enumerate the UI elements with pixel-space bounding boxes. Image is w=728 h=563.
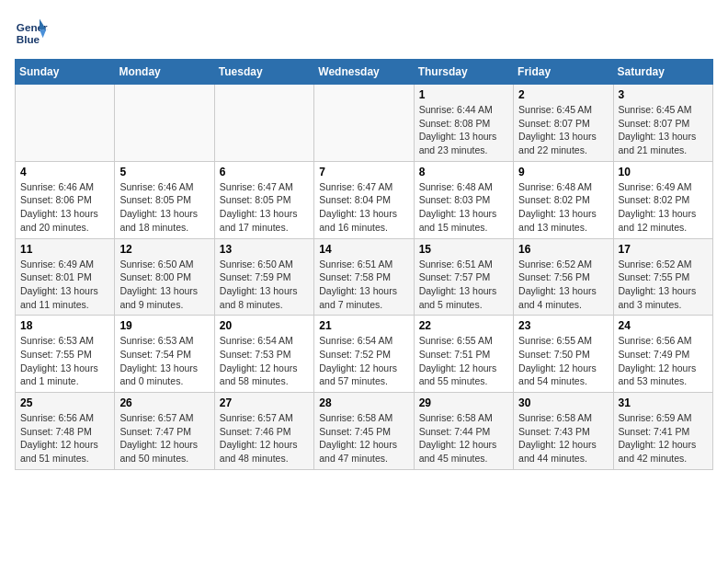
weekday-header-thursday: Thursday <box>414 60 513 85</box>
calendar-cell: 24Sunrise: 6:56 AM Sunset: 7:49 PM Dayli… <box>613 316 712 393</box>
calendar-cell: 17Sunrise: 6:52 AM Sunset: 7:55 PM Dayli… <box>613 238 712 316</box>
day-info: Sunrise: 6:48 AM Sunset: 8:02 PM Dayligh… <box>518 180 608 235</box>
day-info: Sunrise: 6:58 AM Sunset: 7:43 PM Dayligh… <box>518 411 608 465</box>
day-info: Sunrise: 6:54 AM Sunset: 7:52 PM Dayligh… <box>319 334 408 388</box>
weekday-header-row: SundayMondayTuesdayWednesdayThursdayFrid… <box>16 60 713 85</box>
day-number: 2 <box>518 88 608 101</box>
calendar-cell: 11Sunrise: 6:49 AM Sunset: 8:01 PM Dayli… <box>16 238 115 316</box>
day-number: 30 <box>518 396 608 409</box>
page-header: General Blue <box>15 15 713 48</box>
svg-marker-3 <box>40 29 46 38</box>
day-info: Sunrise: 6:53 AM Sunset: 7:54 PM Dayligh… <box>119 334 209 388</box>
day-number: 21 <box>319 319 408 332</box>
calendar-cell: 23Sunrise: 6:55 AM Sunset: 7:50 PM Dayli… <box>514 316 613 393</box>
day-info: Sunrise: 6:58 AM Sunset: 7:44 PM Dayligh… <box>419 411 508 465</box>
calendar-cell: 27Sunrise: 6:57 AM Sunset: 7:46 PM Dayli… <box>214 393 313 470</box>
day-number: 1 <box>419 88 508 101</box>
day-info: Sunrise: 6:46 AM Sunset: 8:06 PM Dayligh… <box>20 180 109 235</box>
calendar-cell: 10Sunrise: 6:49 AM Sunset: 8:02 PM Dayli… <box>613 161 712 238</box>
day-number: 9 <box>518 166 608 178</box>
day-number: 24 <box>619 319 708 332</box>
calendar-cell: 28Sunrise: 6:58 AM Sunset: 7:45 PM Dayli… <box>314 393 414 470</box>
calendar-cell: 20Sunrise: 6:54 AM Sunset: 7:53 PM Dayli… <box>214 316 313 393</box>
day-number: 19 <box>119 319 209 332</box>
weekday-header-tuesday: Tuesday <box>214 60 313 85</box>
calendar: SundayMondayTuesdayWednesdayThursdayFrid… <box>15 59 713 470</box>
day-number: 14 <box>319 243 408 256</box>
calendar-cell: 18Sunrise: 6:53 AM Sunset: 7:55 PM Dayli… <box>16 316 115 393</box>
day-info: Sunrise: 6:57 AM Sunset: 7:46 PM Dayligh… <box>220 411 309 465</box>
weekday-header-saturday: Saturday <box>613 60 712 85</box>
day-info: Sunrise: 6:44 AM Sunset: 8:08 PM Dayligh… <box>419 103 508 157</box>
day-info: Sunrise: 6:48 AM Sunset: 8:03 PM Dayligh… <box>419 180 508 235</box>
day-info: Sunrise: 6:47 AM Sunset: 8:04 PM Dayligh… <box>319 180 408 235</box>
calendar-cell: 2Sunrise: 6:45 AM Sunset: 8:07 PM Daylig… <box>514 85 613 162</box>
calendar-cell: 5Sunrise: 6:46 AM Sunset: 8:05 PM Daylig… <box>115 161 214 238</box>
day-info: Sunrise: 6:55 AM Sunset: 7:51 PM Dayligh… <box>419 334 508 388</box>
logo-icon: General Blue <box>15 15 48 48</box>
day-info: Sunrise: 6:59 AM Sunset: 7:41 PM Dayligh… <box>619 411 708 465</box>
day-number: 22 <box>419 319 508 332</box>
day-info: Sunrise: 6:45 AM Sunset: 8:07 PM Dayligh… <box>619 103 708 157</box>
day-info: Sunrise: 6:52 AM Sunset: 7:55 PM Dayligh… <box>619 258 708 312</box>
day-number: 31 <box>619 396 708 409</box>
weekday-header-wednesday: Wednesday <box>314 60 414 85</box>
day-info: Sunrise: 6:49 AM Sunset: 8:02 PM Dayligh… <box>619 180 708 235</box>
day-info: Sunrise: 6:52 AM Sunset: 7:56 PM Dayligh… <box>518 258 608 312</box>
day-number: 18 <box>20 319 109 332</box>
day-info: Sunrise: 6:45 AM Sunset: 8:07 PM Dayligh… <box>518 103 608 157</box>
calendar-cell: 21Sunrise: 6:54 AM Sunset: 7:52 PM Dayli… <box>314 316 414 393</box>
week-row-2: 4Sunrise: 6:46 AM Sunset: 8:06 PM Daylig… <box>16 161 713 238</box>
day-number: 12 <box>119 243 209 256</box>
calendar-cell: 29Sunrise: 6:58 AM Sunset: 7:44 PM Dayli… <box>414 393 513 470</box>
calendar-cell: 9Sunrise: 6:48 AM Sunset: 8:02 PM Daylig… <box>514 161 613 238</box>
calendar-cell <box>115 85 214 162</box>
week-row-5: 25Sunrise: 6:56 AM Sunset: 7:48 PM Dayli… <box>16 393 713 470</box>
day-number: 26 <box>119 396 209 409</box>
calendar-cell: 13Sunrise: 6:50 AM Sunset: 7:59 PM Dayli… <box>214 238 313 316</box>
calendar-cell: 19Sunrise: 6:53 AM Sunset: 7:54 PM Dayli… <box>115 316 214 393</box>
calendar-cell: 26Sunrise: 6:57 AM Sunset: 7:47 PM Dayli… <box>115 393 214 470</box>
day-info: Sunrise: 6:50 AM Sunset: 7:59 PM Dayligh… <box>220 258 309 312</box>
calendar-cell: 30Sunrise: 6:58 AM Sunset: 7:43 PM Dayli… <box>514 393 613 470</box>
day-number: 3 <box>619 88 708 101</box>
calendar-cell: 15Sunrise: 6:51 AM Sunset: 7:57 PM Dayli… <box>414 238 513 316</box>
day-number: 25 <box>20 396 109 409</box>
day-info: Sunrise: 6:49 AM Sunset: 8:01 PM Dayligh… <box>20 258 109 312</box>
calendar-cell: 1Sunrise: 6:44 AM Sunset: 8:08 PM Daylig… <box>414 85 513 162</box>
day-number: 8 <box>419 166 508 178</box>
day-number: 11 <box>20 243 109 256</box>
day-number: 4 <box>20 166 109 178</box>
day-number: 16 <box>518 243 608 256</box>
day-number: 17 <box>619 243 708 256</box>
day-info: Sunrise: 6:56 AM Sunset: 7:49 PM Dayligh… <box>619 334 708 388</box>
calendar-cell: 6Sunrise: 6:47 AM Sunset: 8:05 PM Daylig… <box>214 161 313 238</box>
day-info: Sunrise: 6:56 AM Sunset: 7:48 PM Dayligh… <box>20 411 109 465</box>
calendar-cell <box>314 85 414 162</box>
calendar-cell: 22Sunrise: 6:55 AM Sunset: 7:51 PM Dayli… <box>414 316 513 393</box>
weekday-header-monday: Monday <box>115 60 214 85</box>
calendar-cell: 31Sunrise: 6:59 AM Sunset: 7:41 PM Dayli… <box>613 393 712 470</box>
week-row-1: 1Sunrise: 6:44 AM Sunset: 8:08 PM Daylig… <box>16 85 713 162</box>
day-number: 10 <box>619 166 708 178</box>
day-number: 15 <box>419 243 508 256</box>
week-row-3: 11Sunrise: 6:49 AM Sunset: 8:01 PM Dayli… <box>16 238 713 316</box>
day-number: 27 <box>220 396 309 409</box>
calendar-cell: 7Sunrise: 6:47 AM Sunset: 8:04 PM Daylig… <box>314 161 414 238</box>
day-info: Sunrise: 6:58 AM Sunset: 7:45 PM Dayligh… <box>319 411 408 465</box>
calendar-cell: 12Sunrise: 6:50 AM Sunset: 8:00 PM Dayli… <box>115 238 214 316</box>
day-info: Sunrise: 6:57 AM Sunset: 7:47 PM Dayligh… <box>119 411 209 465</box>
weekday-header-friday: Friday <box>514 60 613 85</box>
day-info: Sunrise: 6:51 AM Sunset: 7:58 PM Dayligh… <box>319 258 408 312</box>
day-number: 6 <box>220 166 309 178</box>
calendar-cell <box>214 85 313 162</box>
day-info: Sunrise: 6:53 AM Sunset: 7:55 PM Dayligh… <box>20 334 109 388</box>
day-number: 20 <box>220 319 309 332</box>
day-info: Sunrise: 6:50 AM Sunset: 8:00 PM Dayligh… <box>119 258 209 312</box>
calendar-cell: 25Sunrise: 6:56 AM Sunset: 7:48 PM Dayli… <box>16 393 115 470</box>
day-info: Sunrise: 6:46 AM Sunset: 8:05 PM Dayligh… <box>119 180 209 235</box>
day-number: 5 <box>119 166 209 178</box>
calendar-cell: 16Sunrise: 6:52 AM Sunset: 7:56 PM Dayli… <box>514 238 613 316</box>
day-info: Sunrise: 6:55 AM Sunset: 7:50 PM Dayligh… <box>518 334 608 388</box>
logo: General Blue <box>15 15 51 48</box>
